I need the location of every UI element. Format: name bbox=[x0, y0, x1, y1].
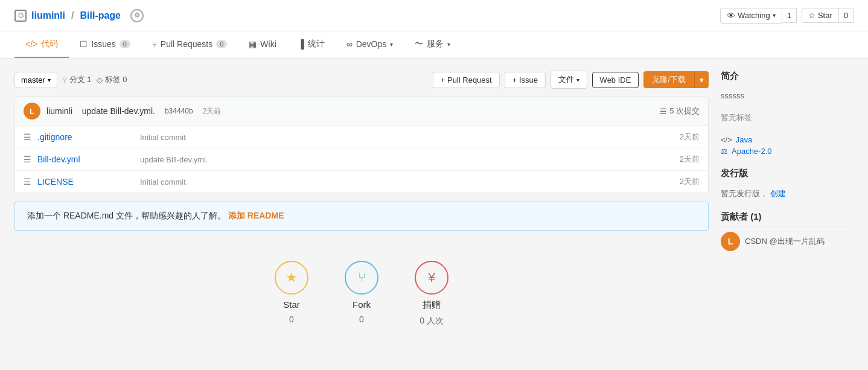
tab-devops[interactable]: ∞ DevOps ▾ bbox=[336, 32, 404, 57]
issues-icon: ☐ bbox=[80, 39, 88, 49]
sidebar-intro: 简介 ssssss bbox=[721, 71, 854, 100]
commits-count[interactable]: ☰ 5 次提交 bbox=[660, 106, 700, 116]
sidebar-no-tags: 暂无标签 bbox=[721, 112, 854, 123]
pull-request-button[interactable]: + Pull Request bbox=[433, 72, 500, 88]
file-row: ☰ LICENSE Initial commit 2天前 bbox=[15, 171, 708, 193]
file-name-gitignore[interactable]: .gitignore bbox=[37, 132, 134, 142]
file-commit-msg-gitignore: Initial commit bbox=[140, 133, 674, 142]
tab-stats[interactable]: ▐ 统计 bbox=[287, 31, 336, 58]
tab-code-label: 代码 bbox=[41, 39, 58, 49]
branch-chevron-icon: ▾ bbox=[48, 77, 51, 83]
star-label: Star bbox=[818, 11, 832, 20]
chevron-down-icon: ▾ bbox=[773, 12, 776, 19]
file-name-license[interactable]: LICENSE bbox=[37, 177, 134, 187]
commit-username[interactable]: liuminli bbox=[46, 106, 72, 116]
repo-settings-icon[interactable]: ⚙ bbox=[130, 9, 144, 22]
contributor-avatar[interactable]: L bbox=[721, 232, 740, 251]
commit-hash[interactable]: b34440b bbox=[165, 107, 193, 115]
pr-icon: ⑂ bbox=[152, 39, 157, 49]
sidebar-tags: 暂无标签 bbox=[721, 112, 854, 123]
pr-badge: 0 bbox=[216, 40, 227, 48]
sidebar-license-name[interactable]: Apache-2.0 bbox=[732, 147, 772, 156]
watch-button[interactable]: 👁 Watching ▾ bbox=[720, 8, 782, 24]
star-stat-label: Star bbox=[283, 299, 300, 310]
sidebar-license-item: ⚖ Apache-2.0 bbox=[721, 147, 854, 156]
commit-avatar: L bbox=[24, 103, 40, 120]
repo-owner[interactable]: liuminli bbox=[31, 10, 65, 21]
sidebar-language-name[interactable]: Java bbox=[736, 135, 752, 144]
star-circle-icon[interactable]: ★ bbox=[275, 261, 308, 295]
devops-dropdown-icon: ▾ bbox=[390, 41, 393, 48]
services-dropdown-icon: ▾ bbox=[447, 41, 450, 48]
lang-code-icon: </> bbox=[721, 135, 732, 144]
contributors-list: L CSDN @出现一片乱码 bbox=[721, 232, 854, 251]
stat-star: ★ Star 0 bbox=[275, 261, 308, 327]
donate-stat-value: 0 人次 bbox=[420, 316, 444, 327]
branch-select[interactable]: master ▾ bbox=[14, 72, 57, 88]
stat-donate: ¥ 捐赠 0 人次 bbox=[415, 261, 448, 327]
sidebar-intro-text: ssssss bbox=[721, 91, 854, 100]
tags-label: ◇ 标签 0 bbox=[97, 74, 127, 85]
stats-row: ★ Star 0 ⑂ Fork 0 ¥ 捐赠 0 人次 bbox=[14, 249, 709, 339]
license-icon: ⚖ bbox=[721, 147, 728, 156]
tab-issues[interactable]: ☐ Issues 0 bbox=[69, 32, 141, 57]
top-bar: ⬡ liuminli / Bill-page ⚙ 👁 Watching ▾ 1 … bbox=[0, 0, 868, 31]
star-button[interactable]: ☆ Star bbox=[802, 8, 839, 23]
stats-icon: ▐ bbox=[298, 39, 304, 49]
commits-icon: ☰ bbox=[660, 107, 667, 116]
tab-devops-label: DevOps bbox=[356, 39, 387, 49]
create-release-link[interactable]: 创建 bbox=[770, 189, 786, 198]
clone-dropdown-button[interactable]: ▾ bbox=[694, 71, 709, 88]
sidebar-releases: 发行版 暂无发行版， 创建 bbox=[721, 168, 854, 199]
donate-stat-label: 捐赠 bbox=[423, 299, 441, 311]
issue-button[interactable]: + Issue bbox=[505, 72, 546, 88]
file-time-gitignore: 2天前 bbox=[680, 132, 700, 142]
donate-circle-icon[interactable]: ¥ bbox=[415, 261, 448, 295]
tab-services[interactable]: 〜 服务 ▾ bbox=[404, 31, 461, 58]
file-row: ☰ Bill-dev.yml update Bill-dev.yml. 2天前 bbox=[15, 148, 708, 171]
commit-time: 2天前 bbox=[203, 106, 222, 116]
watch-count: 1 bbox=[782, 8, 797, 23]
file-row: ☰ .gitignore Initial commit 2天前 bbox=[15, 126, 708, 148]
commit-message: update Bill-dev.yml. bbox=[82, 106, 155, 116]
nav-tabs: </> 代码 ☐ Issues 0 ⑂ Pull Requests 0 ▦ Wi… bbox=[0, 31, 868, 59]
tab-pr-label: Pull Requests bbox=[161, 39, 212, 49]
add-readme-link[interactable]: 添加 README bbox=[228, 211, 284, 220]
repo-type-icon: ⬡ bbox=[14, 10, 27, 22]
sidebar-language: </> Java ⚖ Apache-2.0 bbox=[721, 135, 854, 156]
file-chevron-icon: ▾ bbox=[576, 77, 579, 83]
file-name-billyml[interactable]: Bill-dev.yml bbox=[37, 155, 134, 164]
webide-button[interactable]: Web IDE bbox=[592, 72, 639, 88]
main-content: master ▾ ⑂ 分支 1 ◇ 标签 0 + Pull Request + … bbox=[0, 59, 868, 362]
repo-name[interactable]: Bill-page bbox=[80, 10, 121, 21]
fork-circle-icon[interactable]: ⑂ bbox=[345, 261, 378, 295]
star-icon: ☆ bbox=[808, 11, 815, 20]
file-icon-license: ☰ bbox=[24, 177, 31, 187]
sidebar-lang-item: </> Java bbox=[721, 135, 854, 144]
eye-icon: 👁 bbox=[727, 11, 735, 21]
repo-title: ⬡ liuminli / Bill-page ⚙ bbox=[14, 9, 144, 22]
no-releases-text: 暂无发行版， bbox=[721, 189, 768, 198]
file-button[interactable]: 文件 ▾ bbox=[550, 71, 587, 89]
file-commit-msg-license: Initial commit bbox=[140, 177, 674, 187]
tab-pullrequests[interactable]: ⑂ Pull Requests 0 bbox=[141, 32, 238, 57]
tab-wiki[interactable]: ▦ Wiki bbox=[238, 32, 287, 57]
tab-code[interactable]: </> 代码 bbox=[14, 31, 69, 58]
clone-button[interactable]: 克隆/下载 bbox=[643, 71, 694, 88]
file-icon-gitignore: ☰ bbox=[24, 132, 31, 142]
file-time-license: 2天前 bbox=[680, 176, 700, 187]
latest-commit-row: L liuminli update Bill-dev.yml. b34440b … bbox=[15, 97, 708, 126]
star-count: 0 bbox=[839, 8, 854, 23]
star-stat-value: 0 bbox=[289, 314, 294, 324]
sidebar-intro-title: 简介 bbox=[721, 71, 854, 86]
top-bar-actions: 👁 Watching ▾ 1 ☆ Star 0 bbox=[720, 8, 854, 24]
issues-badge: 0 bbox=[120, 40, 130, 48]
fork-stat-value: 0 bbox=[359, 314, 364, 324]
tab-services-label: 服务 bbox=[427, 39, 444, 49]
sidebar-releases-title: 发行版 bbox=[721, 168, 854, 183]
file-icon-billyml: ☰ bbox=[24, 155, 31, 164]
branch-bar: master ▾ ⑂ 分支 1 ◇ 标签 0 + Pull Request + … bbox=[14, 71, 709, 89]
branches-label: ⑂ 分支 1 bbox=[62, 74, 92, 85]
right-pane: 简介 ssssss 暂无标签 </> Java ⚖ Apache-2.0 发行版… bbox=[721, 71, 854, 350]
repo-slash: / bbox=[71, 10, 74, 21]
